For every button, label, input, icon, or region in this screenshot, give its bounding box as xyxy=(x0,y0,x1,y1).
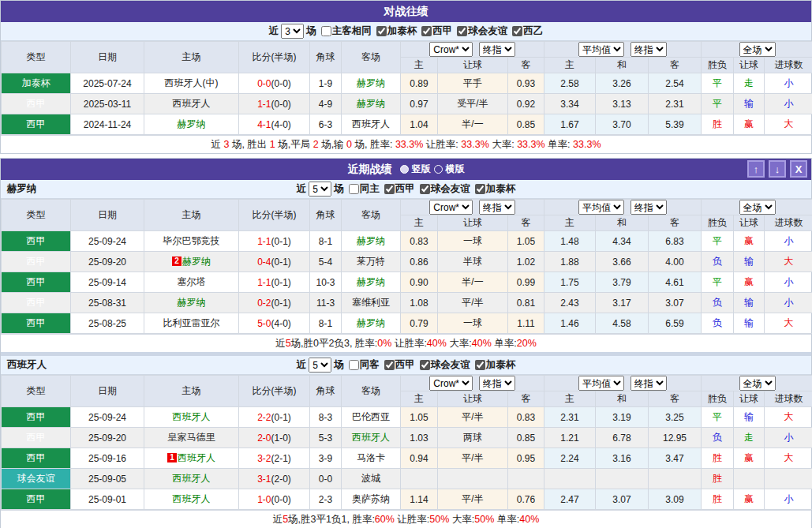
filter-option-1[interactable]: 西甲 xyxy=(383,182,415,196)
filter-checkbox[interactable] xyxy=(420,360,430,370)
filter-option-1[interactable]: 西甲 xyxy=(383,358,415,372)
odds-cell: 1.02 xyxy=(508,252,544,272)
filter-option-0[interactable]: 主客相同 xyxy=(320,24,372,38)
horizontal-layout-radio[interactable] xyxy=(434,165,443,174)
summary-segment: 33.3% xyxy=(573,139,601,150)
col-header-corner: 角球 xyxy=(310,376,342,407)
filter-checkbox[interactable] xyxy=(457,26,467,36)
result-cell: 胜 xyxy=(702,489,734,510)
avg-odds-cell: 4.61 xyxy=(649,272,702,293)
close-button[interactable]: X xyxy=(790,160,807,178)
average-select[interactable]: 平均值 xyxy=(578,376,624,391)
filter-checkbox[interactable] xyxy=(512,26,522,36)
summary-segment: 大率: xyxy=(489,139,517,150)
filter-checkbox[interactable] xyxy=(349,360,359,370)
filter-checkbox[interactable] xyxy=(421,26,432,36)
filter-option-4[interactable]: 西乙 xyxy=(511,24,543,38)
summary-segment: 场, 胜出 xyxy=(229,139,269,150)
summary-segment: 单率: xyxy=(492,338,517,349)
col-header-type: 类型 xyxy=(2,376,71,407)
summary-segment: 33.3% xyxy=(461,139,488,150)
filter-checkbox[interactable] xyxy=(376,26,387,36)
filter-option-label: 主客相同 xyxy=(332,24,372,38)
odds-source-select[interactable]: Crow* xyxy=(429,200,473,215)
filter-checkbox[interactable] xyxy=(321,26,331,36)
odds-final-select[interactable]: 终指 xyxy=(479,200,515,215)
odds-cell: 0.99 xyxy=(508,272,544,293)
summary-segment: 近 xyxy=(275,338,286,349)
average-final-select[interactable]: 终指 xyxy=(631,200,667,215)
odds-cell xyxy=(508,469,544,489)
filter-checkbox[interactable] xyxy=(384,360,395,370)
match-type-cell: 西甲 xyxy=(2,448,71,469)
avg-odds-cell: 3.47 xyxy=(649,448,702,469)
corner-cell: 6-3 xyxy=(310,114,342,135)
average-select[interactable]: 平均值 xyxy=(578,200,624,215)
col-header-result-handicap: 让球 xyxy=(734,58,765,73)
filter-checkbox[interactable] xyxy=(475,360,485,370)
recent-games-select[interactable]: 3 xyxy=(281,24,304,39)
vertical-layout-label[interactable]: 竖版 xyxy=(412,163,431,176)
filter-checkbox[interactable] xyxy=(384,184,395,194)
half-time-score: (4-0) xyxy=(271,318,291,329)
corner-cell: 5-3 xyxy=(310,428,342,448)
move-up-button[interactable]: ↑ xyxy=(747,160,765,178)
summary-segment: 单率: xyxy=(494,514,519,525)
filter-option-2[interactable]: 球会友谊 xyxy=(418,358,470,372)
result-cell: 走 xyxy=(734,73,765,94)
result-cell: 小 xyxy=(765,94,812,114)
odds-final-select[interactable]: 终指 xyxy=(479,42,515,57)
move-down-button[interactable]: ↓ xyxy=(769,160,786,178)
filter-checkbox[interactable] xyxy=(420,184,430,194)
scope-select[interactable]: 全场 xyxy=(739,42,776,57)
recent-games-select[interactable]: 5 xyxy=(309,358,331,373)
odds-cell: 0.93 xyxy=(508,73,544,94)
col-header-avg-home: 主 xyxy=(544,215,596,231)
filter-option-3[interactable]: 加泰杯 xyxy=(473,182,516,196)
recent-games-select[interactable]: 5 xyxy=(309,182,331,197)
horizontal-layout-label[interactable]: 横版 xyxy=(446,163,465,176)
average-select[interactable]: 平均值 xyxy=(578,42,624,57)
odds-cell: 1.14 xyxy=(401,489,438,510)
away-team-cell: 赫罗纳 xyxy=(342,231,401,252)
vertical-layout-radio[interactable] xyxy=(400,165,409,174)
col-header-result-goals: 进球数 xyxy=(765,391,812,407)
filter-checkbox[interactable] xyxy=(475,184,485,194)
result-cell: 输 xyxy=(734,313,765,334)
result-cell: 平 xyxy=(702,272,734,293)
summary-segment: 场,胜3平1负1, 胜率: xyxy=(288,514,375,525)
half-time-score: (1-0) xyxy=(271,433,291,444)
filter-option-0[interactable]: 同客 xyxy=(347,358,380,372)
avg-odds-cell: 2.24 xyxy=(544,448,596,469)
half-time-score: (0-1) xyxy=(271,412,291,423)
summary-segment: 33.3% xyxy=(517,139,544,150)
filter-option-1[interactable]: 加泰杯 xyxy=(375,24,417,38)
col-header-away: 客场 xyxy=(342,42,401,73)
odds-source-select[interactable]: Crow* xyxy=(429,42,473,57)
result-cell: 小 xyxy=(765,73,812,94)
odds-final-select[interactable]: 终指 xyxy=(479,376,515,391)
girona-filterbar: 赫罗纳 近5场同主西甲球会友谊加泰杯 xyxy=(1,180,811,199)
filter-option-3[interactable]: 加泰杯 xyxy=(473,358,516,372)
table-row: 西甲2024-11-24赫罗纳4-1(4-0)6-3西班牙人1.04半/一0.8… xyxy=(2,114,812,135)
filter-option-3[interactable]: 球会友谊 xyxy=(455,24,507,38)
filter-checkbox[interactable] xyxy=(349,184,359,194)
average-final-select[interactable]: 终指 xyxy=(631,376,667,391)
avg-odds-cell: 5.39 xyxy=(649,114,702,135)
arrow-down-icon: ↓ xyxy=(775,163,780,175)
scope-select[interactable]: 全场 xyxy=(739,376,776,391)
scope-select[interactable]: 全场 xyxy=(739,200,776,215)
filter-option-label: 球会友谊 xyxy=(431,358,470,372)
filter-option-0[interactable]: 同主 xyxy=(347,182,380,196)
result-group-header: 全场 xyxy=(702,376,812,391)
summary-segment: 场,输 xyxy=(319,139,346,150)
result-cell: 小 xyxy=(765,231,812,252)
result-cell: 平 xyxy=(702,407,734,428)
result-cell: 负 xyxy=(702,252,734,272)
filter-option-2[interactable]: 球会友谊 xyxy=(418,182,470,196)
odds-source-select[interactable]: Crow* xyxy=(429,376,473,391)
average-final-select[interactable]: 终指 xyxy=(631,42,667,57)
h2h-filterbar: 近3场主客相同加泰杯西甲球会友谊西乙 xyxy=(1,22,811,41)
filter-option-2[interactable]: 西甲 xyxy=(420,24,452,38)
filter-option-label: 西甲 xyxy=(395,358,415,372)
